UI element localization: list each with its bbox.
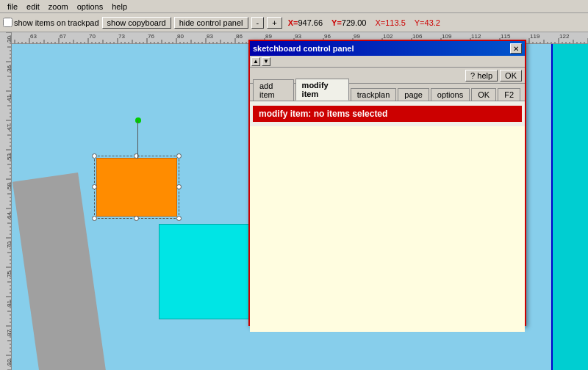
x2-label: X=: [375, 18, 385, 27]
tab-trackplan[interactable]: trackplan: [351, 88, 397, 101]
hide-control-panel-button[interactable]: hide control panel: [174, 17, 248, 29]
menu-help[interactable]: help: [107, 2, 132, 11]
menu-bar: file edit zoom options help: [0, 0, 588, 13]
tab-add-item[interactable]: add item: [253, 79, 294, 101]
x-label: X=: [288, 18, 298, 27]
menu-options[interactable]: options: [73, 2, 107, 11]
show-items-checkbox[interactable]: [3, 18, 12, 27]
scroll-down-arrow[interactable]: ▼: [262, 57, 270, 66]
coord-y2-label: Y=43.2: [412, 18, 443, 27]
dialog-title: sketchboard control panel: [253, 44, 354, 53]
handle-top-right[interactable]: [176, 153, 182, 159]
handle-middle-right[interactable]: [176, 184, 182, 189]
control-panel-dialog: sketchboard control panel ✕ ▲ ▼ ? help O…: [248, 40, 526, 326]
shape-right-panel: [551, 44, 588, 370]
y2-label: Y=: [415, 18, 425, 27]
show-copyboard-button[interactable]: show copyboard: [102, 17, 171, 29]
dialog-ok-button[interactable]: OK: [500, 70, 522, 81]
shape-cyan: [159, 224, 254, 319]
dialog-close-button[interactable]: ✕: [510, 43, 522, 54]
tab-modify-item[interactable]: modify item: [295, 79, 349, 101]
show-items-checkbox-label[interactable]: show items on trackpad: [3, 18, 99, 27]
coord-y-label: Y=729.00: [329, 18, 369, 27]
anchor-line: [137, 120, 138, 159]
menu-file[interactable]: file: [3, 2, 22, 11]
menu-zoom[interactable]: zoom: [44, 2, 73, 11]
dialog-titlebar[interactable]: sketchboard control panel ✕: [250, 41, 525, 56]
y2-value: 43.2: [425, 18, 440, 27]
handle-bottom-right[interactable]: [176, 216, 182, 221]
toolbar: show items on trackpad show copyboard hi…: [0, 13, 588, 32]
dialog-tabs: add item modify item trackplan page opti…: [250, 84, 525, 101]
coord-x2-label: X=113.5: [372, 18, 408, 27]
x2-value: 113.5: [385, 18, 406, 27]
shape-orange[interactable]: [96, 158, 177, 217]
tab-options[interactable]: options: [431, 88, 470, 101]
scroll-up-arrow[interactable]: ▲: [251, 57, 260, 66]
dialog-content: [250, 126, 525, 332]
handle-bottom-left[interactable]: [92, 216, 97, 221]
anchor-dot: [135, 117, 141, 123]
zoom-plus-button[interactable]: +: [267, 17, 282, 29]
menu-edit[interactable]: edit: [22, 2, 44, 11]
dialog-status: modify item: no items selected: [253, 106, 522, 122]
x-value: 947.66: [298, 18, 323, 27]
zoom-minus-button[interactable]: -: [251, 17, 265, 29]
ruler-vertical: [0, 32, 12, 370]
y-value: 729.00: [342, 18, 367, 27]
dialog-scroll-bar: ▲ ▼: [250, 56, 525, 68]
coord-x-label: X=947.66: [285, 18, 326, 27]
dialog-help-button[interactable]: ? help: [465, 70, 498, 81]
tab-ok[interactable]: OK: [471, 88, 496, 101]
tab-page[interactable]: page: [398, 88, 429, 101]
tab-f2[interactable]: F2: [498, 88, 520, 101]
handle-bottom-middle[interactable]: [134, 216, 139, 221]
y-label: Y=: [331, 18, 342, 27]
shape-gray: [12, 173, 107, 370]
show-items-label: show items on trackpad: [14, 18, 99, 27]
